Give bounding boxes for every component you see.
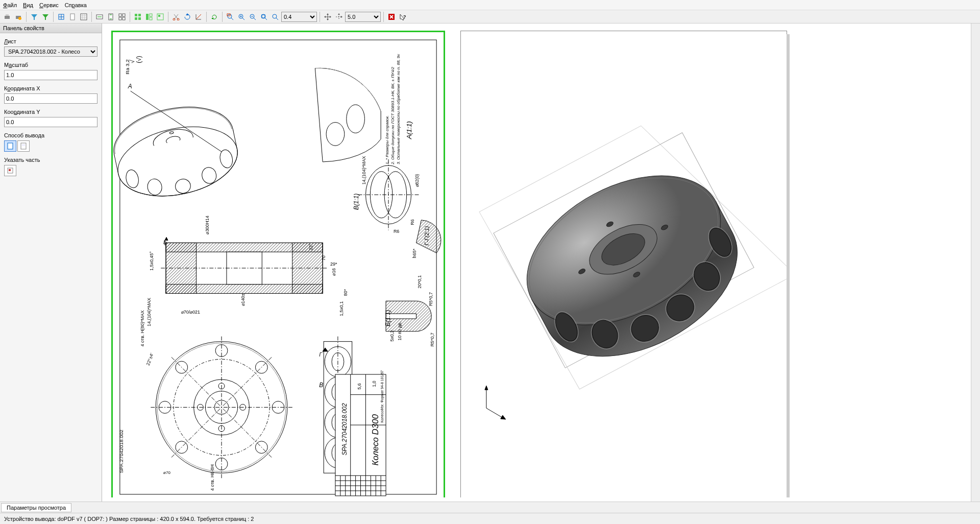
canvas[interactable]: SPA.27042018.002 — [102, 23, 980, 502]
move-icon[interactable] — [323, 12, 333, 22]
scale-input[interactable] — [4, 70, 97, 80]
rotate-icon[interactable] — [182, 12, 192, 22]
menu-service[interactable]: Сервис — [39, 2, 59, 8]
sheet-select[interactable]: SPA.27042018.002 - Колесо — [4, 46, 97, 57]
front-circle — [151, 337, 292, 478]
halftone-icon[interactable] — [79, 12, 89, 22]
detail-b — [386, 301, 431, 331]
output-mode-buttons — [4, 140, 97, 152]
svg-marker-35 — [327, 13, 329, 15]
coord-y-input[interactable] — [4, 117, 97, 127]
zoom-realtime-icon[interactable] — [270, 12, 280, 22]
grid-left-icon[interactable] — [144, 12, 154, 22]
zoom-fit-icon[interactable] — [259, 12, 269, 22]
svg-text:Б(1:1): Б(1:1) — [384, 310, 391, 326]
section-side — [161, 243, 328, 293]
canvas-viewport[interactable]: SPA.27042018.002 — [108, 28, 971, 497]
svg-rect-12 — [122, 14, 125, 16]
svg-text:22°±4': 22°±4' — [145, 352, 155, 366]
side-panel-title: Панель свойств — [0, 23, 102, 33]
svg-rect-33 — [262, 15, 265, 18]
orient-icon[interactable] — [56, 12, 66, 22]
svg-text:В(1:1): В(1:1) — [353, 194, 360, 210]
zoom-out-icon[interactable] — [248, 12, 258, 22]
svg-text:?: ? — [403, 14, 406, 19]
svg-text:R6: R6 — [410, 219, 415, 225]
menu-help[interactable]: Справка — [65, 2, 87, 8]
svg-text:А: А — [128, 83, 132, 90]
svg-text:h65*: h65* — [412, 248, 417, 258]
drawing-page-2[interactable] — [460, 31, 787, 497]
svg-rect-17 — [135, 17, 137, 20]
separator — [383, 12, 384, 22]
print-icon[interactable] — [2, 12, 12, 22]
svg-rect-21 — [150, 17, 152, 20]
grid-select-icon[interactable] — [155, 12, 165, 22]
coord-y-label: Координата Y — [4, 109, 97, 115]
fit-width-icon[interactable] — [94, 12, 105, 22]
svg-text:29*: 29* — [330, 261, 337, 267]
svg-text:10 по дв.: 10 по дв. — [397, 322, 402, 341]
select-part-button[interactable] — [4, 165, 16, 176]
tab-preview-params[interactable]: Параметры просмотра — [1, 503, 71, 512]
menu-view[interactable]: Вид — [23, 2, 33, 8]
svg-text:1,0: 1,0 — [372, 380, 377, 387]
snap-step-icon[interactable] — [334, 12, 344, 22]
svg-rect-8 — [81, 14, 87, 20]
axis-icon[interactable] — [193, 12, 204, 22]
svg-rect-16 — [138, 14, 141, 16]
detail-a-view — [315, 68, 381, 162]
move-step-combo[interactable]: 5.0 — [345, 12, 381, 22]
zoom-window-icon[interactable] — [225, 12, 235, 22]
svg-text:(√): (√) — [135, 56, 142, 63]
grid-2x2-green-icon[interactable] — [133, 12, 143, 22]
coord-x-input[interactable] — [4, 93, 97, 104]
select-part-label: Указать часть — [4, 157, 97, 163]
svg-text:70: 70 — [321, 255, 326, 260]
fit-sheet-icon[interactable] — [106, 12, 116, 22]
svg-rect-0 — [5, 16, 10, 19]
svg-text:⌀16: ⌀16 — [331, 268, 336, 276]
svg-text:3. Остальные поверхности по об: 3. Остальные поверхности по обработке ка… — [396, 54, 401, 164]
svg-text:1,5x0,45°: 1,5x0,45° — [149, 251, 154, 271]
zoom-combo[interactable]: 0.4 — [281, 12, 317, 22]
output-label: Способ вывода — [4, 132, 97, 138]
main-area: Панель свойств Лист SPA.27042018.002 - К… — [0, 23, 980, 502]
drawing-page-1[interactable]: SPA.27042018.002 — [111, 31, 445, 497]
partnum-side: SPA.27042018.002 — [118, 430, 124, 473]
refresh-icon[interactable] — [209, 12, 219, 22]
svg-text:⌀82(0): ⌀82(0) — [414, 174, 420, 187]
svg-point-28 — [228, 14, 232, 18]
svg-marker-5 — [42, 14, 48, 20]
abort-icon[interactable] — [386, 12, 397, 22]
svg-text:4 отв. H6-8H: 4 отв. H6-8H — [210, 464, 215, 491]
svg-text:5x0,2: 5x0,2 — [389, 330, 395, 342]
cut-icon[interactable] — [171, 12, 181, 22]
svg-text:Г-Г(2:1): Г-Г(2:1) — [424, 226, 430, 246]
svg-marker-166 — [501, 415, 506, 419]
svg-text:4 отв. H(80)*MAX: 4 отв. H(80)*MAX — [140, 311, 145, 347]
whatsthis-icon[interactable]: ? — [398, 12, 408, 22]
output-page-button[interactable] — [17, 140, 30, 152]
svg-text:20*0,1: 20*0,1 — [417, 275, 422, 289]
print-setup-icon[interactable] — [13, 12, 23, 22]
filter-icon[interactable] — [29, 12, 39, 22]
svg-rect-74 — [166, 243, 323, 252]
zoom-in-icon[interactable] — [236, 12, 247, 22]
menubar: Файл Вид Сервис Справка — [0, 0, 980, 10]
svg-text:14,(104)*MAX: 14,(104)*MAX — [361, 156, 366, 184]
vertical-scrollbar[interactable] — [971, 23, 980, 502]
separator — [206, 12, 207, 22]
svg-text:R6: R6 — [394, 229, 399, 234]
svg-marker-40 — [341, 16, 342, 18]
separator — [53, 12, 54, 22]
menu-file[interactable]: Файл — [3, 2, 17, 8]
svg-text:А(1:1): А(1:1) — [405, 121, 413, 139]
funnel-icon[interactable] — [40, 12, 51, 22]
coord-x-label: Координата X — [4, 85, 97, 91]
svg-rect-20 — [150, 14, 152, 16]
output-sheet-button[interactable] — [4, 140, 16, 152]
page-icon[interactable] — [67, 12, 78, 22]
tile-icon[interactable] — [117, 12, 127, 22]
title-block: SPA.27042018.002 Колесо D300 5,6 1,0 Кол… — [335, 370, 386, 496]
